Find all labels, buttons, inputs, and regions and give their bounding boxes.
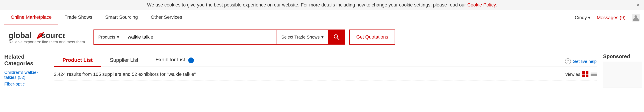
main-content: Related Categories Children's walkie-tal… xyxy=(0,49,644,92)
tabs: Product List Supplier List Exhibitor Lis… xyxy=(54,54,596,67)
logo: global 🌶 sources xyxy=(8,30,85,41)
live-help-label: Get live help xyxy=(573,59,596,64)
nav-items: Online Marketplace Trade Shows Smart Sou… xyxy=(4,10,188,25)
search-bar: Products ▾ Select Trade Shows ▾ Get Quot… xyxy=(94,30,395,44)
svg-point-1 xyxy=(634,15,637,18)
search-icon xyxy=(333,34,340,40)
logo-tagline: Reliable exporters: find them and meet t… xyxy=(8,40,85,44)
view-as-controls: View as xyxy=(565,71,596,77)
view-grid-button[interactable] xyxy=(582,71,588,77)
category-chevron-icon: ▾ xyxy=(117,34,119,40)
messages-label: Messages xyxy=(597,15,618,20)
trade-shows-chevron-icon: ▾ xyxy=(321,34,324,40)
search-category-label: Products xyxy=(98,35,115,40)
search-category-dropdown[interactable]: Products ▾ xyxy=(94,30,124,44)
sidebar-link-walkie-talkies[interactable]: Children's walkie-talkies (52) xyxy=(4,70,45,80)
svg-text:sources: sources xyxy=(41,31,64,40)
get-quotations-button[interactable]: Get Quotations xyxy=(349,30,395,44)
cookie-policy-link[interactable]: Cookie Policy xyxy=(467,2,496,8)
results-text: 2,424 results from 105 suppliers and 52 … xyxy=(54,72,196,77)
sponsored-title: Sponsored xyxy=(603,54,642,60)
logo-area: global 🌶 sources Reliable exporters: fin… xyxy=(8,30,85,44)
view-as-label: View as xyxy=(565,72,580,77)
svg-text:global: global xyxy=(8,31,32,40)
cookie-banner: We use cookies to give you the best poss… xyxy=(0,0,644,10)
sidebar-link-fiber-optic[interactable]: Fiber-optic xyxy=(4,82,45,86)
chevron-down-icon: ▾ xyxy=(588,15,590,20)
trade-shows-label: Select Trade Shows xyxy=(281,35,320,40)
sponsored-box xyxy=(603,62,642,88)
sponsored-decoration xyxy=(635,62,635,87)
svg-line-6 xyxy=(337,38,339,40)
search-input[interactable] xyxy=(124,30,276,44)
view-list-button[interactable] xyxy=(590,72,596,76)
cookie-close-button[interactable]: × xyxy=(637,2,640,8)
exhibitor-info-icon[interactable]: i xyxy=(188,58,194,63)
results-count-text: 2,424 results from 105 suppliers and 52 … xyxy=(54,72,196,77)
content-area: Product List Supplier List Exhibitor Lis… xyxy=(50,54,601,88)
logo-svg: global 🌶 sources xyxy=(8,30,64,41)
nav-item-smart-sourcing[interactable]: Smart Sourcing xyxy=(99,10,144,25)
sidebar-title: Related Categories xyxy=(4,54,45,67)
nav-item-other-services[interactable]: Other Services xyxy=(144,10,189,25)
top-nav-right: Cindy ▾ Messages (9) xyxy=(575,14,640,22)
cookie-message: We use cookies to give you the best poss… xyxy=(147,2,466,8)
exhibitor-list-label: Exhibitor List xyxy=(156,57,185,62)
tab-exhibitor-list[interactable]: Exhibitor List i xyxy=(147,54,202,67)
user-name-label: Cindy xyxy=(575,15,587,20)
results-bar: 2,424 results from 105 suppliers and 52 … xyxy=(54,71,596,81)
messages-count: (9) xyxy=(620,15,626,20)
messages-link[interactable]: Messages (9) xyxy=(597,15,626,20)
list-view-icon xyxy=(590,72,596,76)
header-section: global 🌶 sources Reliable exporters: fin… xyxy=(0,25,644,49)
help-question-icon: ? xyxy=(565,58,571,64)
top-navigation: Online Marketplace Trade Shows Smart Sou… xyxy=(0,10,644,25)
live-help[interactable]: ? Get live help xyxy=(565,58,596,66)
search-button[interactable] xyxy=(328,30,345,44)
user-menu[interactable]: Cindy ▾ xyxy=(575,15,590,20)
nav-item-trade-shows[interactable]: Trade Shows xyxy=(58,10,99,25)
sidebar: Related Categories Children's walkie-tal… xyxy=(0,54,50,88)
grid-view-icon xyxy=(582,71,588,77)
trade-shows-dropdown[interactable]: Select Trade Shows ▾ xyxy=(276,30,328,44)
tab-supplier-list[interactable]: Supplier List xyxy=(101,54,147,67)
user-icon[interactable] xyxy=(632,14,640,22)
sponsored-area: Sponsored xyxy=(601,54,644,88)
nav-item-online-marketplace[interactable]: Online Marketplace xyxy=(4,10,58,25)
tab-product-list[interactable]: Product List xyxy=(54,54,101,67)
